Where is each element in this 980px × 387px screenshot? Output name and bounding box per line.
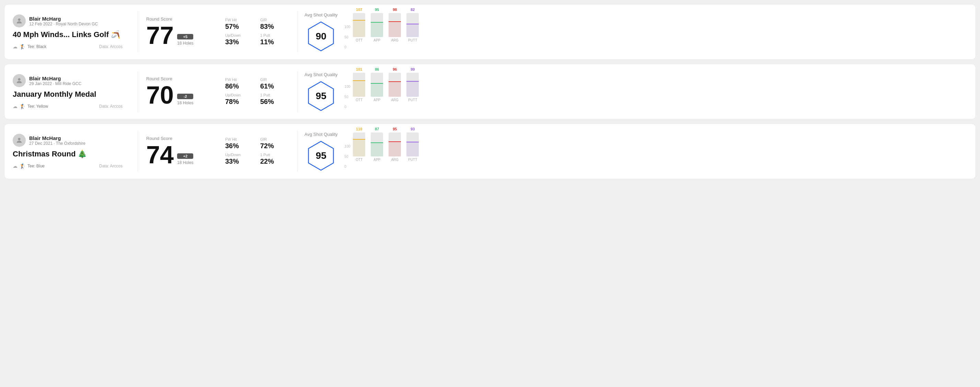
oneputt-value: 11% bbox=[260, 38, 287, 46]
bar-fill bbox=[353, 20, 365, 37]
gir-value: 61% bbox=[260, 82, 287, 90]
bar-category-label: ARG bbox=[391, 98, 399, 102]
avg-shot-quality-label: Avg Shot Quality bbox=[304, 12, 338, 17]
weather-icon: ☁ bbox=[13, 44, 18, 49]
oneputt-stat: 1 Putt 56% bbox=[260, 93, 287, 106]
round-score-label: Round Score bbox=[146, 136, 222, 141]
bar-value-label: 101 bbox=[356, 67, 362, 71]
bar-category-label: PUTT bbox=[408, 38, 417, 42]
chart-column: 82 PUTT bbox=[406, 8, 419, 42]
avatar bbox=[13, 134, 26, 147]
score-diff-badge: +2 bbox=[177, 153, 193, 159]
chart-column: 107 OTT bbox=[353, 8, 365, 42]
fw-hit-label: FW Hit bbox=[225, 18, 252, 22]
bar-line bbox=[388, 81, 401, 82]
hexagon-container: 95 bbox=[305, 140, 336, 171]
tee-label: Tee: Yellow bbox=[27, 104, 48, 109]
bar-wrapper bbox=[388, 13, 401, 37]
round-card: Blair McHarg 12 Feb 2022 · Royal North D… bbox=[4, 4, 976, 60]
hexagon-container: 90 bbox=[305, 21, 336, 52]
fw-hit-label: FW Hit bbox=[225, 137, 252, 141]
date-course: 29 Jan 2022 · Mill Ride GCC bbox=[29, 81, 81, 86]
oneputt-label: 1 Putt bbox=[260, 153, 287, 157]
bar-category-label: ARG bbox=[391, 158, 399, 162]
fw-hit-value: 86% bbox=[225, 82, 252, 90]
stats-section: FW Hit 86% GIR 61% Up/Down 78% 1 Putt 56… bbox=[222, 78, 290, 106]
bar-value-label: 98 bbox=[393, 8, 397, 12]
weather-icon: ☁ bbox=[13, 163, 18, 169]
updown-value: 33% bbox=[225, 38, 252, 46]
bar-wrapper bbox=[353, 13, 365, 37]
bar-fill bbox=[406, 24, 419, 37]
stats-section: FW Hit 57% GIR 83% Up/Down 33% 1 Putt 11… bbox=[222, 18, 290, 46]
chart-column: 110 OTT bbox=[353, 127, 365, 162]
footer-row: ☁ 🏌 Tee: Black Data: Arccos bbox=[13, 44, 123, 49]
user-info: Blair McHarg 12 Feb 2022 · Royal North D… bbox=[29, 16, 98, 26]
bar-value-label: 110 bbox=[356, 127, 362, 131]
chart-section: 100 50 0 107 OTT 95 APP bbox=[345, 15, 967, 49]
quality-left: Avg Shot Quality 95 bbox=[304, 132, 338, 171]
bag-icon: 🏌 bbox=[19, 163, 25, 169]
bar-line bbox=[371, 83, 383, 84]
chart-column: 87 APP bbox=[371, 127, 383, 162]
quality-section: Avg Shot Quality 95 100 50 0 101 OTT bbox=[304, 72, 967, 111]
svg-point-1 bbox=[18, 78, 20, 81]
data-source: Data: Arccos bbox=[99, 44, 123, 49]
bar-fill bbox=[353, 139, 365, 157]
score-number: 77 bbox=[146, 23, 174, 48]
fw-hit-value: 36% bbox=[225, 142, 252, 150]
tee-info: ☁ 🏌 Tee: Yellow bbox=[13, 104, 48, 109]
bar-wrapper bbox=[406, 13, 419, 37]
bar-line bbox=[353, 20, 365, 21]
bar-wrapper bbox=[353, 73, 365, 97]
user-name: Blair McHarg bbox=[29, 16, 98, 22]
avatar bbox=[13, 14, 26, 27]
score-badge-holes: -2 18 Holes bbox=[177, 94, 193, 105]
date-course: 27 Dec 2021 · The Oxfordshire bbox=[29, 141, 86, 146]
bar-category-label: OTT bbox=[356, 98, 363, 102]
tee-info: ☁ 🏌 Tee: Blue bbox=[13, 163, 45, 169]
card-left: Blair McHarg 27 Dec 2021 · The Oxfordshi… bbox=[13, 134, 129, 169]
bar-line bbox=[406, 142, 419, 143]
user-name: Blair McHarg bbox=[29, 135, 86, 141]
quality-left: Avg Shot Quality 95 bbox=[304, 72, 338, 111]
fw-hit-label: FW Hit bbox=[225, 78, 252, 82]
chart-column: 96 ARG bbox=[388, 67, 401, 102]
chart-column: 101 OTT bbox=[353, 67, 365, 102]
svg-point-2 bbox=[18, 138, 20, 140]
bar-wrapper bbox=[353, 132, 365, 157]
bar-value-label: 95 bbox=[393, 127, 397, 131]
oneputt-label: 1 Putt bbox=[260, 33, 287, 37]
round-score-label: Round Score bbox=[146, 16, 222, 22]
holes-label: 18 Holes bbox=[177, 41, 193, 46]
gir-value: 72% bbox=[260, 142, 287, 150]
weather-icon: ☁ bbox=[13, 104, 18, 109]
bar-value-label: 93 bbox=[410, 127, 415, 131]
updown-value: 78% bbox=[225, 98, 252, 106]
card-left: Blair McHarg 12 Feb 2022 · Royal North D… bbox=[13, 14, 129, 49]
bar-value-label: 82 bbox=[410, 8, 415, 12]
updown-value: 33% bbox=[225, 157, 252, 165]
bar-value-label: 99 bbox=[410, 67, 415, 71]
bar-fill bbox=[353, 80, 365, 97]
data-source: Data: Arccos bbox=[99, 104, 123, 109]
fw-hit-stat: FW Hit 36% bbox=[225, 137, 252, 150]
chart-column: 93 PUTT bbox=[406, 127, 419, 162]
bar-fill bbox=[388, 141, 401, 157]
svg-point-0 bbox=[18, 19, 20, 21]
round-card: Blair McHarg 27 Dec 2021 · The Oxfordshi… bbox=[4, 124, 976, 179]
bar-line bbox=[371, 22, 383, 23]
bar-fill bbox=[371, 83, 383, 97]
chart-section: 100 50 0 101 OTT 86 APP bbox=[345, 75, 967, 109]
gir-stat: GIR 83% bbox=[260, 18, 287, 30]
score-section: Round Score 70 -2 18 Holes bbox=[146, 76, 222, 107]
bar-fill bbox=[406, 81, 419, 97]
bar-wrapper bbox=[406, 132, 419, 157]
fw-hit-stat: FW Hit 57% bbox=[225, 18, 252, 30]
gir-label: GIR bbox=[260, 18, 287, 22]
bar-fill bbox=[388, 81, 401, 97]
quality-section: Avg Shot Quality 95 100 50 0 110 OTT bbox=[304, 132, 967, 171]
score-section: Round Score 77 +5 18 Holes bbox=[146, 16, 222, 48]
updown-stat: Up/Down 33% bbox=[225, 33, 252, 46]
date-course: 12 Feb 2022 · Royal North Devon GC bbox=[29, 22, 98, 26]
